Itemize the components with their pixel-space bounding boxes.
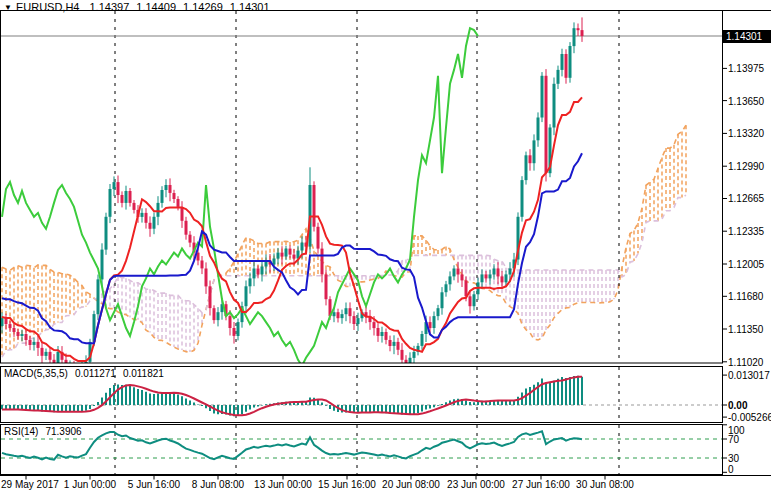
axis-ticks bbox=[26, 68, 727, 479]
price-axis-label: 1.12005 bbox=[728, 259, 764, 270]
time-axis-label: 13 Jun 00:00 bbox=[254, 479, 312, 490]
candlesticks bbox=[1, 17, 584, 375]
macd-axis-label: 0.013017 bbox=[728, 370, 770, 381]
ohlc-high: 1.14409 bbox=[136, 1, 176, 13]
price-axis-label: 1.11350 bbox=[728, 324, 763, 335]
time-axis-label: 15 Jun 16:00 bbox=[318, 479, 376, 490]
price-axis-label: 1.13975 bbox=[728, 63, 764, 74]
time-axis-label: 29 May 2017 bbox=[1, 479, 59, 490]
ichimoku-lines bbox=[2, 28, 582, 366]
macd-indicator-label: MACD(5,35,5) bbox=[4, 368, 68, 379]
rsi-axis-label: 0 bbox=[728, 464, 734, 475]
price-axis-label: 1.12990 bbox=[728, 161, 764, 172]
rsi-axis-label: 30 bbox=[728, 453, 739, 464]
time-axis-label: 20 Jun 08:00 bbox=[382, 479, 440, 490]
macd-axis-label: -0.005266 bbox=[728, 412, 771, 423]
macd-label-row: MACD(5,35,5)0.0112710.011821 bbox=[4, 368, 164, 379]
ohlc-open: 1.14397 bbox=[90, 1, 130, 13]
time-axis-label: 1 Jun 00:00 bbox=[64, 479, 116, 490]
rsi-value: 71.3906 bbox=[45, 426, 81, 437]
rsi-panel-plot bbox=[1, 431, 722, 459]
rsi-indicator-label: RSI(14) bbox=[4, 426, 38, 437]
price-axis-label: 1.11020 bbox=[728, 357, 763, 368]
mt4-chart-window: ▼EURUSD,H41.143971.144091.142691.14301 M… bbox=[0, 0, 771, 494]
chart-header: ▼EURUSD,H41.143971.144091.142691.14301 bbox=[4, 1, 277, 13]
ohlc-close: 1.14301 bbox=[230, 1, 270, 13]
price-axis-label: 1.12665 bbox=[728, 193, 764, 204]
macd-main-value: 0.011271 bbox=[75, 368, 116, 379]
rsi-label-row: RSI(14)71.3906 bbox=[4, 426, 82, 437]
chart-dropdown-icon[interactable]: ▼ bbox=[4, 3, 12, 12]
time-axis-label: 30 Jun 08:00 bbox=[576, 479, 634, 490]
time-axis-label: 23 Jun 00:00 bbox=[447, 479, 505, 490]
chart-canvas bbox=[0, 0, 771, 494]
macd-panel-plot bbox=[1, 376, 722, 417]
price-axis-label: 1.12335 bbox=[728, 226, 764, 237]
price-axis-label: 1.13320 bbox=[728, 128, 764, 139]
price-axis-label: 1.11680 bbox=[728, 291, 763, 302]
price-axis-label: 1.13650 bbox=[728, 96, 764, 107]
time-axis-label: 27 Jun 16:00 bbox=[512, 479, 570, 490]
ohlc-low: 1.14269 bbox=[183, 1, 223, 13]
current-price-badge: 1.14301 bbox=[723, 30, 771, 43]
time-axis-label: 5 Jun 16:00 bbox=[128, 479, 180, 490]
macd-signal-value: 0.011821 bbox=[123, 368, 164, 379]
macd-axis-label: 0.00 bbox=[728, 400, 747, 411]
time-axis-label: 8 Jun 08:00 bbox=[192, 479, 244, 490]
rsi-axis-label: 70 bbox=[728, 434, 739, 445]
symbol-period-label: EURUSD,H4 bbox=[16, 1, 80, 13]
